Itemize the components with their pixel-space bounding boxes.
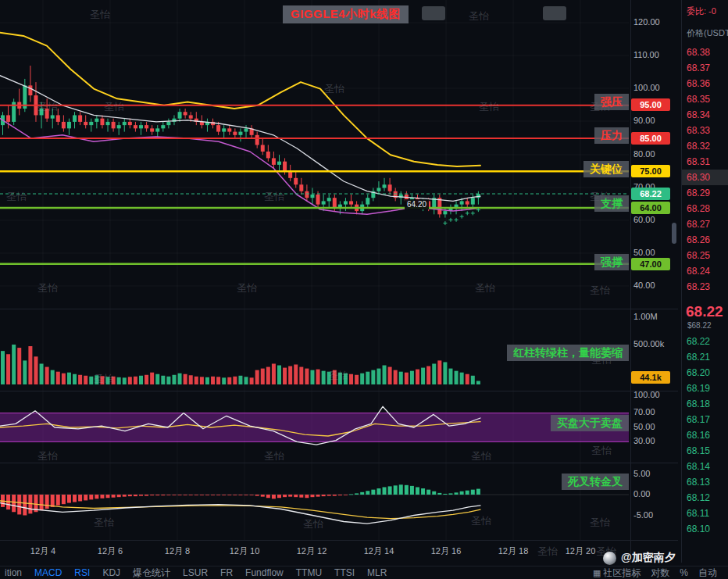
ask-row[interactable]: 68.24	[682, 263, 728, 279]
ask-row[interactable]: 68.25	[682, 248, 728, 263]
bid-row[interactable]: 68.13	[682, 474, 728, 490]
toolbar-item-kdj[interactable]: KDJ	[102, 567, 120, 578]
last-price: 68.22	[682, 298, 728, 320]
price-level-badge: 44.1k	[631, 371, 670, 384]
axis-tick: 110.00	[633, 50, 659, 59]
toolbar-item-fr[interactable]: FR	[220, 567, 233, 578]
toolbar-option-自动[interactable]: 自动	[698, 566, 717, 579]
price-level-badge: 85.00	[631, 132, 670, 145]
chart-annotation: 强撑	[594, 254, 629, 270]
price-level-badge: 95.00	[631, 98, 670, 111]
axis-tick: 50.00	[633, 248, 655, 257]
bid-row[interactable]: 68.12	[682, 490, 728, 506]
bid-row[interactable]: 68.17	[682, 412, 728, 427]
ask-row[interactable]: 68.36	[682, 76, 728, 91]
axis-tick: 120.00	[633, 17, 660, 27]
bid-row[interactable]: 68.11	[682, 506, 728, 521]
chart-annotation: 买盘大于卖盘	[551, 415, 629, 431]
date-label: 12月 10	[230, 545, 260, 557]
price-flag: 64.20	[405, 199, 429, 209]
watermark-chip	[422, 6, 445, 20]
ask-row[interactable]: 68.34	[682, 107, 728, 123]
axis-tick: 100.00	[633, 83, 660, 92]
ask-row[interactable]: 68.38	[682, 45, 728, 60]
credit-text: @加密南夕	[621, 551, 676, 565]
axis-tick: 90.00	[633, 116, 655, 125]
scrollbar-thumb[interactable]	[672, 223, 676, 244]
toolbar-option-对数[interactable]: 对数	[651, 566, 669, 579]
toolbar-item-ition[interactable]: ition	[5, 567, 22, 578]
toolbar-item-fundflow[interactable]: Fundflow	[245, 567, 284, 578]
price-level-badge: 75.00	[631, 165, 670, 177]
community-icon: ▦	[593, 568, 601, 577]
bottom-toolbar: itionMACDRSIKDJ爆仓统计LSURFRFundflowTTMUTTS…	[0, 566, 728, 579]
chart-annotation: 压力	[594, 127, 629, 144]
chart-options: ▦社区指标对数%自动	[593, 566, 723, 579]
toolbar-item-mlr[interactable]: MLR	[367, 567, 387, 578]
axis-tick: 100.00	[633, 390, 660, 399]
bid-row[interactable]: 68.21	[682, 349, 728, 365]
ask-row[interactable]: 68.31	[682, 154, 728, 170]
bid-row[interactable]: 68.18	[682, 396, 728, 412]
toolbar-item-macd[interactable]: MACD	[34, 567, 62, 578]
date-label: 12月 18	[498, 545, 529, 557]
orderbook-panel: 委比: -0 价格(USDT) 68.3868.3768.3668.3568.3…	[681, 0, 728, 563]
ask-list: 68.3868.3768.3668.3568.3468.3368.3268.31…	[682, 45, 728, 295]
date-label: 12月 6	[98, 545, 123, 557]
ask-row[interactable]: 68.26	[682, 232, 728, 248]
chart-annotation: 支撑	[594, 195, 629, 212]
axis-tick: 30.00	[633, 436, 655, 445]
axis-tick: 50.00	[633, 422, 655, 431]
chart-title: GIGGLE4小时k线图	[283, 5, 409, 23]
toolbar-item-ttmu[interactable]: TTMU	[296, 567, 322, 578]
toolbar-item-ttsi[interactable]: TTSI	[334, 567, 355, 578]
orderbook-ratio: 委比: -0	[682, 0, 728, 17]
ask-row[interactable]: 68.23	[682, 279, 728, 295]
toolbar-option-社区指标[interactable]: ▦社区指标	[593, 566, 641, 579]
ask-row[interactable]: 68.29	[682, 185, 728, 201]
ask-row[interactable]: 68.28	[682, 201, 728, 216]
chart-annotation: 死叉转金叉	[562, 474, 629, 490]
toolbar-item-爆仓统计[interactable]: 爆仓统计	[133, 566, 170, 579]
bid-row[interactable]: 68.19	[682, 381, 728, 396]
date-label: 12月 4	[30, 545, 55, 557]
ask-row[interactable]: 68.30	[682, 170, 728, 185]
bid-row[interactable]: 68.10	[682, 521, 728, 537]
date-label: 12月 14	[364, 545, 394, 557]
watermark-chip	[543, 6, 566, 20]
bid-row[interactable]: 68.14	[682, 459, 728, 474]
axis-tick: 1.00M	[633, 312, 658, 321]
date-label: 12月 8	[165, 545, 190, 557]
axis-tick: -5.00	[633, 510, 653, 520]
chart-annotation: 强压	[594, 94, 629, 110]
bid-row[interactable]: 68.16	[682, 427, 728, 443]
date-label: 12月 12	[297, 545, 327, 557]
axis-tick: 40.00	[633, 281, 655, 290]
chart-annotation: 关键位	[583, 161, 629, 177]
date-label: 12月 20	[566, 545, 596, 557]
ask-row[interactable]: 68.27	[682, 216, 728, 232]
price-level-badge: 47.00	[631, 258, 670, 270]
axis-tick: 70.00	[633, 407, 655, 416]
axis-tick: 500.00k	[633, 339, 664, 348]
bid-row[interactable]: 68.20	[682, 365, 728, 381]
bid-row[interactable]: 68.15	[682, 443, 728, 459]
ask-row[interactable]: 68.33	[682, 123, 728, 138]
axis-tick: 80.00	[633, 149, 655, 159]
toolbar-item-lsur[interactable]: LSUR	[183, 567, 208, 578]
credit-watermark: @加密南夕	[603, 551, 676, 565]
ask-row[interactable]: 68.37	[682, 60, 728, 76]
price-level-badge: 64.00	[631, 202, 670, 214]
trading-app: 圣怡圣怡圣怡圣怡圣怡圣怡圣怡圣怡圣怡圣怡圣怡圣怡圣怡圣怡圣怡圣怡圣怡圣怡圣怡圣怡…	[0, 0, 728, 579]
toolbar-item-rsi[interactable]: RSI	[74, 567, 90, 578]
axis-tick: 60.00	[633, 215, 655, 224]
date-label: 12月 16	[431, 545, 462, 557]
bid-row[interactable]: 68.22	[682, 334, 728, 349]
toolbar-option-%[interactable]: %	[680, 567, 688, 578]
axis-tick: 0.00	[633, 489, 650, 499]
ask-row[interactable]: 68.32	[682, 138, 728, 154]
ask-row[interactable]: 68.35	[682, 91, 728, 107]
price-level-badge: 68.22	[631, 188, 670, 200]
chart-annotation: 红柱转绿柱，量能萎缩	[507, 345, 629, 361]
indicator-tabs: itionMACDRSIKDJ爆仓统计LSURFRFundflowTTMUTTS…	[5, 566, 387, 579]
